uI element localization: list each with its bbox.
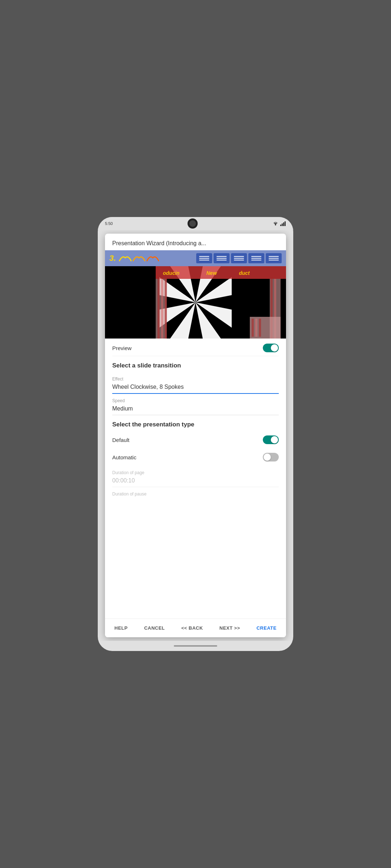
duration-page-value[interactable]: 00:00:10 bbox=[112, 475, 279, 487]
speed-label: Speed bbox=[112, 395, 279, 403]
automatic-toggle-knob bbox=[264, 454, 271, 461]
svg-text:oducin: oducin bbox=[163, 270, 180, 276]
svg-rect-19 bbox=[157, 279, 160, 339]
automatic-label: Automatic bbox=[112, 454, 136, 460]
preview-label: Preview bbox=[112, 345, 131, 351]
svg-rect-28 bbox=[259, 319, 261, 337]
dialog-container: Presentation Wizard (Introducing a... 3. bbox=[98, 230, 293, 641]
dialog-footer: HELP CANCEL << BACK NEXT >> CREATE bbox=[105, 618, 286, 637]
svg-point-0 bbox=[275, 225, 276, 226]
wizard-tabs bbox=[196, 253, 282, 263]
wizard-step: 3. bbox=[109, 254, 116, 263]
slide-transition-heading: Select a slide transition bbox=[112, 356, 279, 372]
signal-icon bbox=[280, 221, 286, 226]
automatic-row: Automatic bbox=[112, 448, 279, 466]
svg-rect-4 bbox=[285, 221, 286, 226]
default-label: Default bbox=[112, 437, 130, 443]
default-toggle-knob bbox=[271, 436, 278, 443]
home-bar bbox=[174, 645, 217, 647]
svg-rect-3 bbox=[283, 222, 284, 226]
svg-rect-26 bbox=[252, 319, 254, 337]
preview-row: Preview bbox=[112, 339, 279, 356]
help-button[interactable]: HELP bbox=[111, 622, 131, 634]
slide-transition-section: Select a slide transition Effect Wheel C… bbox=[112, 356, 279, 415]
svg-rect-20 bbox=[161, 279, 163, 339]
wizard-header: 3. bbox=[105, 250, 286, 266]
svg-text:duct: duct bbox=[239, 270, 250, 276]
wizard-tab-2[interactable] bbox=[214, 253, 230, 263]
presentation-type-heading: Select the presentation type bbox=[112, 415, 279, 431]
pinwheel-svg: oducin New duct bbox=[105, 266, 286, 339]
svg-rect-2 bbox=[282, 224, 283, 226]
effect-label: Effect bbox=[112, 374, 279, 382]
preview-toggle[interactable] bbox=[263, 344, 279, 352]
svg-rect-21 bbox=[165, 279, 167, 339]
status-right bbox=[273, 221, 286, 226]
arrow2 bbox=[133, 254, 146, 262]
status-left: 5:50 bbox=[105, 221, 113, 226]
home-button bbox=[188, 218, 198, 229]
automatic-toggle[interactable] bbox=[263, 453, 279, 461]
back-button[interactable]: << BACK bbox=[178, 622, 207, 634]
svg-rect-1 bbox=[280, 225, 281, 226]
status-bar: 5:50 bbox=[98, 217, 293, 230]
dialog-content: Preview Select a slide transition Effect… bbox=[105, 339, 286, 618]
presentation-type-section: Select the presentation type Default Aut… bbox=[112, 415, 279, 497]
default-toggle[interactable] bbox=[263, 435, 279, 444]
effect-value[interactable]: Wheel Clockwise, 8 Spokes bbox=[112, 382, 279, 394]
duration-page-field: Duration of page 00:00:10 bbox=[112, 466, 279, 487]
phone-frame: 5:50 Presentation Wizard (Introducing a.… bbox=[98, 217, 293, 651]
dialog-title: Presentation Wizard (Introducing a... bbox=[105, 234, 286, 250]
svg-text:New: New bbox=[206, 270, 217, 276]
speed-field: Speed Medium bbox=[112, 394, 279, 415]
create-button[interactable]: CREATE bbox=[253, 622, 280, 634]
next-button[interactable]: NEXT >> bbox=[216, 622, 244, 634]
arrow3 bbox=[146, 254, 159, 262]
wifi-icon bbox=[273, 221, 278, 226]
wizard-tab-1[interactable] bbox=[196, 253, 212, 263]
wizard-tab-5[interactable] bbox=[266, 253, 282, 263]
default-row: Default bbox=[112, 431, 279, 448]
duration-pause-label: Duration of pause bbox=[112, 489, 279, 497]
effect-field: Effect Wheel Clockwise, 8 Spokes bbox=[112, 372, 279, 394]
cancel-button[interactable]: CANCEL bbox=[140, 622, 168, 634]
home-indicator bbox=[98, 641, 293, 651]
arrow1 bbox=[119, 254, 132, 262]
svg-rect-27 bbox=[255, 319, 257, 337]
preview-area: oducin New duct bbox=[105, 266, 286, 339]
arrow-bar bbox=[119, 254, 159, 262]
speed-value[interactable]: Medium bbox=[112, 403, 279, 415]
preview-toggle-knob bbox=[271, 344, 278, 352]
wizard-tab-4[interactable] bbox=[248, 253, 264, 263]
wizard-tab-3[interactable] bbox=[231, 253, 247, 263]
svg-rect-25 bbox=[250, 317, 281, 339]
time: 5:50 bbox=[105, 221, 113, 226]
duration-page-label: Duration of page bbox=[112, 467, 279, 475]
dialog: Presentation Wizard (Introducing a... 3. bbox=[105, 234, 286, 637]
duration-pause-field: Duration of pause bbox=[112, 487, 279, 497]
